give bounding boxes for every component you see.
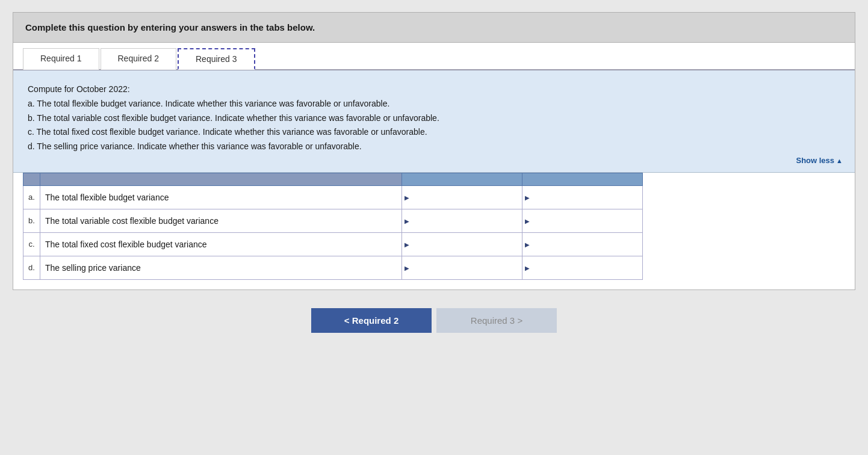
info-panel: Compute for October 2022: a. The total f…	[13, 70, 855, 173]
tab-required2[interactable]: Required 2	[101, 48, 177, 70]
row-d-letter: d.	[23, 256, 40, 279]
bottom-nav: Required 2 Required 3	[13, 296, 855, 339]
row-a-letter: a.	[23, 185, 40, 209]
row-d-input2[interactable]	[522, 256, 643, 279]
row-a-input2[interactable]	[522, 185, 643, 209]
row-b-field2[interactable]	[527, 214, 637, 228]
instruction-text: Complete this question by entering your …	[25, 22, 843, 32]
info-line-4: d. The selling price variance. Indicate …	[28, 140, 840, 154]
info-line-2: b. The total variable cost flexible budg…	[28, 111, 840, 126]
row-b-input2[interactable]	[522, 209, 643, 232]
header-desc-col	[40, 173, 402, 185]
row-d-field2[interactable]	[527, 261, 637, 275]
tabs-section: Required 1 Required 2 Required 3 Compute…	[13, 43, 855, 290]
row-d-input1[interactable]	[402, 256, 522, 279]
main-container: Complete this question by entering your …	[13, 12, 855, 339]
row-c-desc: The total fixed cost flexible budget var…	[40, 232, 402, 256]
row-b-input1[interactable]	[402, 209, 522, 232]
tab-required1[interactable]: Required 1	[23, 48, 99, 70]
header-value1-col	[402, 173, 522, 185]
row-c-input1[interactable]	[402, 232, 522, 256]
table-row: b. The total variable cost flexible budg…	[23, 209, 643, 232]
row-c-field1[interactable]	[407, 237, 517, 252]
next-button[interactable]: Required 3	[436, 308, 557, 333]
instruction-bar: Complete this question by entering your …	[13, 12, 855, 43]
row-b-field1[interactable]	[407, 214, 517, 228]
row-c-letter: c.	[23, 232, 40, 256]
table-row: d. The selling price variance	[23, 256, 643, 279]
prev-button[interactable]: Required 2	[311, 308, 432, 333]
info-line-0: Compute for October 2022:	[28, 82, 840, 97]
table-section: a. The total flexible budget variance b.…	[13, 173, 855, 289]
data-table: a. The total flexible budget variance b.…	[23, 173, 643, 280]
table-row: a. The total flexible budget variance	[23, 185, 643, 209]
row-b-desc: The total variable cost flexible budget …	[40, 209, 402, 232]
info-line-3: c. The total fixed cost flexible budget …	[28, 125, 840, 140]
header-value2-col	[522, 173, 643, 185]
row-d-desc: The selling price variance	[40, 256, 402, 279]
row-a-input1[interactable]	[402, 185, 522, 209]
row-c-field2[interactable]	[527, 237, 637, 252]
row-d-field1[interactable]	[407, 261, 517, 275]
row-a-field2[interactable]	[527, 190, 637, 205]
tab-required3[interactable]: Required 3	[178, 48, 255, 70]
show-less-button[interactable]: Show less	[796, 156, 843, 165]
info-line-1: a. The total flexible budget variance. I…	[28, 97, 840, 111]
row-c-input2[interactable]	[522, 232, 643, 256]
tabs-row: Required 1 Required 2 Required 3	[13, 43, 855, 70]
row-a-field1[interactable]	[407, 190, 517, 205]
table-row: c. The total fixed cost flexible budget …	[23, 232, 643, 256]
header-letter-col	[23, 173, 40, 185]
row-a-desc: The total flexible budget variance	[40, 185, 402, 209]
row-b-letter: b.	[23, 209, 40, 232]
